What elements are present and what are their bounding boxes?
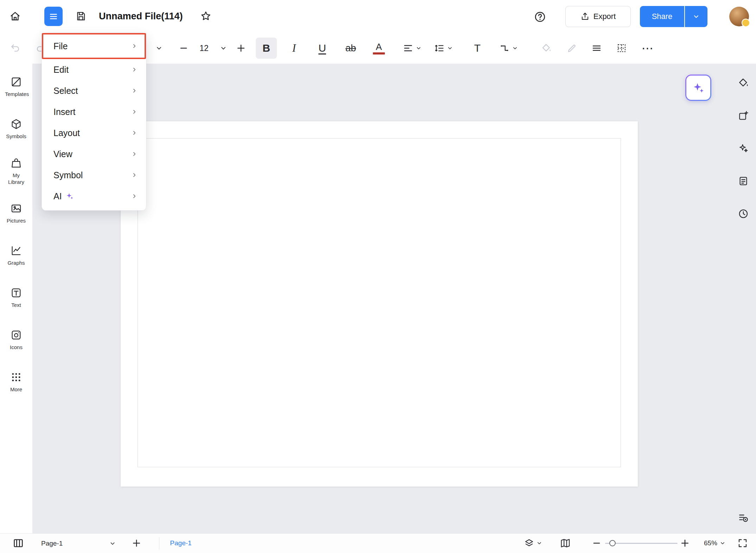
pen-style-button[interactable] xyxy=(561,38,583,59)
sidebar-item-label: My Library xyxy=(5,172,27,186)
font-size-increase-button[interactable] xyxy=(230,38,252,59)
chevron-right-icon xyxy=(131,172,138,178)
star-icon xyxy=(200,10,212,22)
chevron-down-icon xyxy=(155,44,163,52)
plus-icon xyxy=(680,538,690,548)
share-dropdown-button[interactable] xyxy=(685,6,707,27)
favorite-button[interactable] xyxy=(197,8,214,24)
zoom-out-button[interactable] xyxy=(589,535,604,551)
menu-item-select[interactable]: Select xyxy=(42,80,146,101)
history-button[interactable] xyxy=(736,206,751,221)
dashed-grid-icon xyxy=(616,43,627,53)
main-menu-button[interactable] xyxy=(44,7,63,26)
menu-item-symbol[interactable]: Symbol xyxy=(42,165,146,186)
sparkle-icon xyxy=(65,192,74,200)
export-button[interactable]: Export xyxy=(565,6,631,27)
page-tab-active[interactable]: Page-1 xyxy=(156,535,205,551)
sidebar-item-symbols[interactable]: Symbols xyxy=(0,108,32,150)
font-size-decrease-button[interactable] xyxy=(173,38,194,59)
zoom-in-button[interactable] xyxy=(677,535,693,551)
fill-color-button[interactable] xyxy=(536,38,557,59)
sidebar-item-label: Templates xyxy=(5,91,27,98)
sidebar-item-label: Symbols xyxy=(6,133,26,140)
share-button[interactable]: Share xyxy=(640,6,684,27)
dots-grid-icon xyxy=(10,371,22,383)
italic-button[interactable]: I xyxy=(284,38,305,59)
undo-button[interactable] xyxy=(5,38,26,59)
home-button[interactable] xyxy=(7,8,23,24)
font-color-button[interactable]: A xyxy=(368,38,389,59)
user-avatar[interactable] xyxy=(729,7,749,26)
table-borders-button[interactable] xyxy=(611,38,632,59)
task-list-button[interactable] xyxy=(736,510,751,526)
menu-item-label: Edit xyxy=(53,65,69,75)
sidebar-item-templates[interactable]: Templates xyxy=(0,66,32,108)
menu-item-edit[interactable]: Edit xyxy=(42,59,146,80)
document-title: Unnamed File(114) xyxy=(99,0,183,33)
connector-icon xyxy=(499,43,510,53)
menu-item-ai[interactable]: AI xyxy=(42,186,146,207)
ai-tools-button[interactable] xyxy=(736,141,751,156)
theme-fill-button[interactable] xyxy=(736,75,751,91)
zoom-slider[interactable] xyxy=(605,534,678,553)
add-page-button[interactable] xyxy=(129,535,144,551)
menu-item-label: Select xyxy=(53,86,78,96)
chevron-down-icon xyxy=(109,540,116,547)
save-button[interactable] xyxy=(72,8,89,24)
fullscreen-button[interactable] xyxy=(735,535,750,551)
zoom-level-dropdown[interactable]: 65% xyxy=(697,535,733,551)
history-icon xyxy=(738,207,749,220)
menu-item-label: Symbol xyxy=(53,170,83,180)
more-tools-button[interactable]: ⋯ xyxy=(637,38,658,59)
minus-icon xyxy=(592,539,601,548)
page-selector-dropdown[interactable]: Page-1 xyxy=(35,536,120,551)
document-page[interactable] xyxy=(121,121,638,487)
sidebar-item-pictures[interactable]: Pictures xyxy=(0,192,32,234)
font-size-value: 12 xyxy=(193,38,215,59)
sidebar-item-more[interactable]: More xyxy=(0,361,32,403)
layers-icon xyxy=(524,538,534,548)
chevron-right-icon xyxy=(131,88,138,94)
sidebar-item-my-library[interactable]: My Library xyxy=(0,150,32,192)
font-family-dropdown[interactable] xyxy=(148,38,170,59)
topbar: Unnamed File(114) Export Share xyxy=(0,0,756,33)
strikethrough-button[interactable]: ab xyxy=(340,38,361,59)
sidebar-item-icons[interactable]: Icons xyxy=(0,319,32,361)
plus-icon xyxy=(132,538,141,548)
share-button-group: Share xyxy=(640,6,707,27)
navigator-button[interactable] xyxy=(558,535,573,551)
menu-item-label: Insert xyxy=(53,107,76,117)
menu-item-view[interactable]: View xyxy=(42,143,146,165)
line-spacing-dropdown[interactable] xyxy=(428,38,459,59)
pages-panel-toggle[interactable] xyxy=(11,535,26,551)
underline-button[interactable]: U xyxy=(312,38,333,59)
chevron-down-icon xyxy=(415,45,422,51)
notes-button[interactable] xyxy=(736,173,751,189)
layers-dropdown[interactable] xyxy=(519,535,547,551)
bottombar: Page-1 Page-1 65% xyxy=(0,533,756,553)
sidebar-item-label: Graphs xyxy=(7,260,25,266)
zoom-slider-knob[interactable] xyxy=(609,540,616,546)
font-color-icon: A xyxy=(373,42,385,54)
chevron-down-icon xyxy=(692,13,700,20)
text-tool-button[interactable]: T xyxy=(467,38,488,59)
sidebar-item-graphs[interactable]: Graphs xyxy=(0,234,32,277)
text-align-dropdown[interactable] xyxy=(397,38,428,59)
aperture-icon xyxy=(10,329,22,341)
bold-button[interactable]: B xyxy=(256,38,277,59)
sidebar-item-label: Text xyxy=(11,302,21,309)
menu-item-insert[interactable]: Insert xyxy=(42,101,146,122)
line-style-button[interactable] xyxy=(586,38,607,59)
connector-dropdown[interactable] xyxy=(493,38,524,59)
ai-assistant-fab[interactable] xyxy=(685,75,711,101)
pages-panel-icon xyxy=(13,537,24,549)
sidebar-item-text[interactable]: Text xyxy=(0,277,32,319)
help-button[interactable] xyxy=(532,8,548,25)
menu-item-layout[interactable]: Layout xyxy=(42,122,146,143)
underline-label: U xyxy=(318,42,326,54)
cube-icon xyxy=(10,118,22,130)
sidebar-item-label: More xyxy=(10,386,22,393)
menu-item-file[interactable]: File xyxy=(42,33,146,59)
italic-label: I xyxy=(292,42,296,54)
insert-shape-button[interactable] xyxy=(736,108,751,123)
